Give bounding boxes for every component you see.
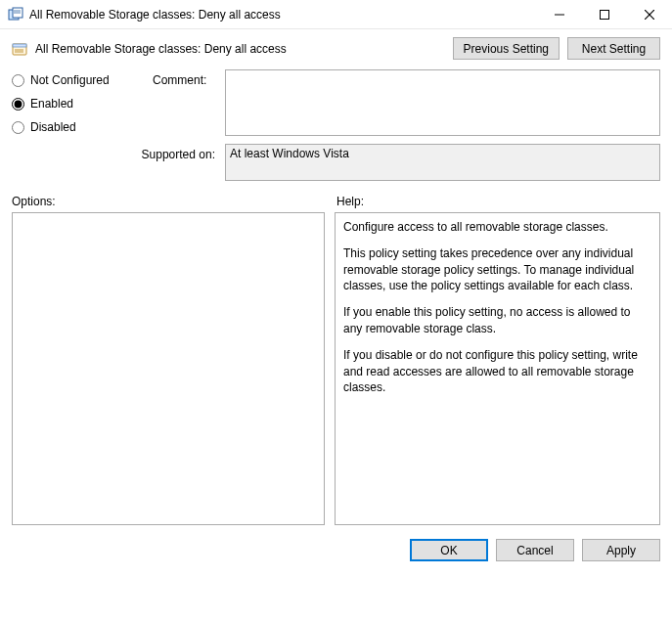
supported-on-label: Supported on: — [12, 144, 221, 181]
svg-rect-9 — [13, 44, 26, 47]
radio-disabled[interactable]: Disabled — [12, 120, 149, 134]
next-setting-button[interactable]: Next Setting — [567, 37, 660, 60]
help-paragraph: If you enable this policy setting, no ac… — [343, 304, 651, 337]
settings-area: Not Configured Enabled Disabled Comment:… — [0, 69, 672, 181]
options-label: Options: — [12, 195, 325, 208]
minimize-button[interactable] — [537, 0, 582, 28]
help-paragraph: This policy setting takes precedence ove… — [343, 245, 651, 294]
radio-not-configured[interactable]: Not Configured — [12, 73, 149, 87]
help-paragraph: Configure access to all removable storag… — [343, 219, 651, 236]
help-label: Help: — [336, 195, 660, 208]
apply-button[interactable]: Apply — [582, 539, 660, 561]
comment-label: Comment: — [153, 69, 221, 136]
previous-setting-button[interactable]: Previous Setting — [453, 37, 560, 60]
options-pane — [12, 212, 325, 525]
app-icon — [8, 7, 23, 22]
titlebar: All Removable Storage classes: Deny all … — [0, 0, 672, 29]
pane-labels-row: Options: Help: — [0, 181, 672, 212]
panes-row: Configure access to all removable storag… — [0, 212, 672, 525]
header-pane: All Removable Storage classes: Deny all … — [0, 29, 672, 69]
supported-on-field — [225, 144, 660, 181]
window-controls — [537, 0, 672, 28]
radio-enabled[interactable]: Enabled — [12, 97, 149, 111]
cancel-button[interactable]: Cancel — [496, 539, 574, 561]
radio-label: Disabled — [30, 120, 76, 134]
maximize-button[interactable] — [582, 0, 627, 28]
radio-label: Not Configured — [30, 73, 110, 87]
window-title: All Removable Storage classes: Deny all … — [29, 8, 537, 22]
ok-button[interactable]: OK — [410, 539, 488, 561]
policy-icon — [12, 41, 27, 57]
bottom-button-bar: OK Cancel Apply — [0, 525, 672, 571]
radio-label: Enabled — [30, 97, 73, 111]
policy-name: All Removable Storage classes: Deny all … — [35, 42, 445, 56]
help-paragraph: If you disable or do not configure this … — [343, 347, 651, 396]
comment-input[interactable] — [225, 69, 660, 136]
svg-rect-5 — [601, 10, 609, 19]
help-pane: Configure access to all removable storag… — [335, 212, 660, 525]
close-button[interactable] — [627, 0, 672, 28]
